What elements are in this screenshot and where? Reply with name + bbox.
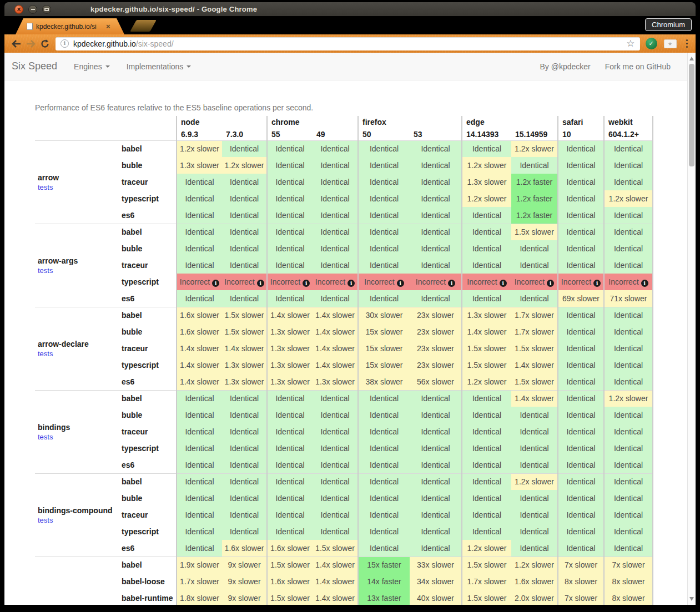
back-icon [11, 39, 22, 48]
result-cell: 1.2x slower [222, 157, 267, 174]
forward-button[interactable] [23, 37, 38, 51]
back-button[interactable] [9, 37, 23, 51]
result-cell: 1.3x slower [222, 357, 267, 373]
result-cell: 9x slower [222, 557, 267, 573]
result-cell: 7x slower [558, 557, 604, 573]
implementation-cell: es6 [119, 373, 177, 390]
nav-implementations-label: Implementations [127, 62, 184, 71]
table-row: arrow-declaretestsbabel1.6x slower1.5x s… [35, 307, 653, 323]
result-cell: Identical [604, 407, 653, 423]
result-cell: Identical [558, 407, 604, 423]
scroll-up-icon[interactable] [689, 57, 694, 60]
result-cell: Identical [511, 540, 558, 557]
tests-link[interactable]: tests [38, 266, 53, 275]
scrollbar[interactable] [687, 53, 696, 605]
result-cell: 1.8x slower [177, 590, 222, 605]
omnibox[interactable]: i kpdecker.github.io/six-speed/ ☆ [56, 37, 640, 50]
result-cell: Identical [604, 224, 653, 240]
extension-check-icon[interactable]: ✓ [646, 38, 657, 49]
category-name: bindings [38, 423, 119, 432]
implementation-cell: traceur [119, 257, 177, 274]
browser-menu-button[interactable] [684, 38, 691, 49]
result-cell: Identical [267, 407, 313, 423]
result-cell: Identical [604, 357, 653, 373]
scroll-down-icon[interactable] [689, 597, 694, 601]
result-cell: Identical [558, 440, 604, 457]
result-cell: 1.6x slower [511, 573, 558, 590]
result-cell: Identical [313, 257, 358, 274]
scroll-thumb[interactable] [689, 64, 694, 166]
result-cell: 1.4x slower [313, 323, 358, 340]
result-cell: Identical [313, 190, 358, 207]
byline-link[interactable]: By @kpdecker [540, 62, 590, 71]
result-cell: Identical [462, 440, 511, 457]
implementation-cell: buble [119, 490, 177, 507]
fork-link[interactable]: Fork me on GitHub [605, 62, 671, 71]
result-cell: 1.4x slower [177, 357, 222, 373]
tests-link[interactable]: tests [38, 516, 53, 524]
result-cell: Identical [462, 290, 511, 307]
result-cell: Incorrecti [313, 274, 358, 290]
result-cell: 8x slower [558, 573, 604, 590]
window-close-button[interactable]: × [14, 5, 23, 14]
table-row: babel-runtime1.8x slower9x slower1.5x sl… [35, 590, 653, 605]
tests-link[interactable]: tests [38, 183, 53, 191]
nav-engines[interactable]: Engines [74, 62, 110, 71]
new-tab-button[interactable] [130, 20, 157, 32]
result-cell: Identical [604, 473, 653, 490]
implementation-cell: typescript [119, 190, 177, 207]
result-cell: Incorrecti [558, 274, 604, 290]
url-host: kpdecker.github.io [73, 39, 136, 48]
result-cell: Identical [313, 423, 358, 440]
result-cell: Identical [358, 174, 410, 190]
browser-toolbar: i kpdecker.github.io/six-speed/ ☆ ✓ ★ [4, 34, 696, 53]
result-cell: Identical [267, 457, 313, 473]
implementation-cell: babel-loose [119, 573, 177, 590]
result-cell: 1.2x slower [462, 540, 511, 557]
result-cell: Identical [604, 507, 653, 523]
extension-page-action-icon[interactable]: ★ [664, 39, 677, 48]
window-minimize-button[interactable] [28, 5, 37, 14]
result-cell: 1.2x faster [511, 190, 558, 207]
result-cell: 2.0x slower [511, 590, 558, 605]
browser-tab[interactable]: kpdecker.github.io/si × [16, 18, 124, 34]
result-cell: Identical [313, 290, 358, 307]
reload-button[interactable] [38, 37, 52, 51]
result-cell: Identical [358, 490, 410, 507]
bookmark-star-icon[interactable]: ☆ [626, 39, 634, 48]
result-cell: 1.4x slower [177, 340, 222, 357]
result-cell: Identical [410, 457, 462, 473]
result-cell: Identical [604, 523, 653, 540]
window-title: kpdecker.github.io/six-speed/ - Google C… [90, 5, 257, 13]
tab-close-icon[interactable]: × [106, 23, 110, 30]
brand[interactable]: Six Speed [12, 60, 57, 72]
reload-icon [40, 39, 50, 49]
nav-implementations[interactable]: Implementations [127, 62, 192, 71]
category-name: arrow-args [38, 256, 119, 265]
result-cell: Identical [313, 507, 358, 523]
implementation-cell: babel [119, 224, 177, 240]
result-cell: Identical [313, 523, 358, 540]
tests-link[interactable]: tests [38, 433, 53, 441]
table-row: es61.4x slower1.3x slower1.3x slower1.3x… [35, 373, 653, 390]
maximize-icon [44, 8, 49, 11]
result-cell: Identical [222, 507, 267, 523]
result-cell: 1.6x slower [267, 540, 313, 557]
result-cell: 1.3x slower [267, 323, 313, 340]
tests-link[interactable]: tests [38, 350, 53, 358]
result-cell: 1.4x slower [462, 323, 511, 340]
page-info-icon[interactable]: i [61, 39, 69, 48]
result-cell: 1.7x slower [462, 573, 511, 590]
result-cell: Identical [177, 540, 222, 557]
result-cell: Identical [177, 507, 222, 523]
result-cell: Identical [558, 457, 604, 473]
table-row: typescriptIdenticalIdenticalIdenticalIde… [35, 440, 653, 457]
implementation-cell: babel [119, 307, 177, 323]
info-icon: i [448, 280, 455, 287]
result-cell: 1.2x slower [462, 373, 511, 390]
window-maximize-button[interactable] [42, 5, 51, 14]
result-cell: Identical [410, 257, 462, 274]
result-cell: Identical [604, 257, 653, 274]
intro-text: Performance of ES6 features relative to … [35, 103, 696, 112]
result-cell: Incorrecti [267, 274, 313, 290]
